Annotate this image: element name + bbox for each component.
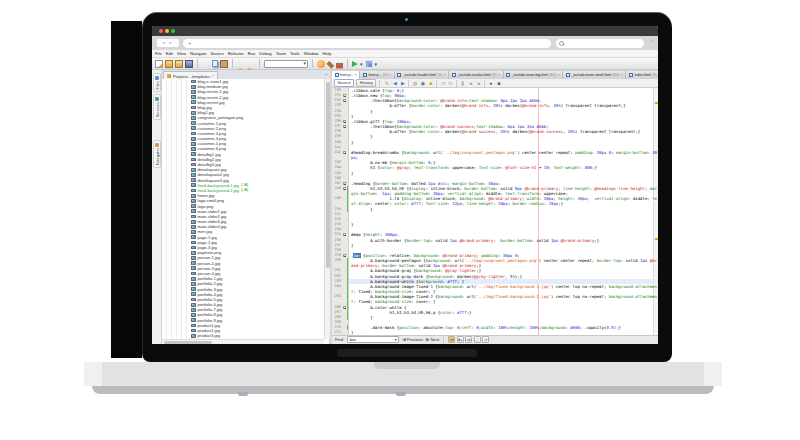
editor-tab[interactable]: _include-navbar.html[M]× <box>449 71 503 79</box>
tree-hscrollbar-thumb[interactable] <box>164 341 212 344</box>
find-selection-icon[interactable]: ◎ <box>411 80 418 87</box>
match-case-toggle[interactable]: Aa <box>457 336 464 343</box>
menu-run[interactable]: Run <box>248 51 256 56</box>
regexp-toggle[interactable]: .* <box>474 336 481 343</box>
close-tab-icon[interactable]: × <box>498 73 500 77</box>
close-tab-icon[interactable]: × <box>389 73 391 77</box>
indent-left-icon[interactable]: « <box>467 80 474 87</box>
new-file-icon[interactable] <box>155 60 163 68</box>
back-icon[interactable]: ◀ <box>391 80 398 87</box>
last-edit-icon[interactable]: ✎ <box>383 80 390 87</box>
code-line[interactable]: 260 &.background-pentagon {background: u… <box>332 258 658 268</box>
menu-debug[interactable]: Debug <box>259 51 271 56</box>
code-line[interactable]: 264 &.background-image-fixed-1 {backgrou… <box>332 284 658 294</box>
fold-collapse-icon[interactable] <box>343 94 346 97</box>
redo-icon[interactable] <box>247 60 255 68</box>
paste-icon[interactable] <box>220 60 228 68</box>
fold-collapse-icon[interactable] <box>343 233 346 236</box>
code-line[interactable]: 242#heading-breadcrumbs {background: url… <box>332 150 658 160</box>
wrap-around-toggle[interactable]: ↺ <box>482 336 489 343</box>
fold-collapse-icon[interactable] <box>343 182 346 185</box>
menu-tools[interactable]: Tools <box>290 51 300 56</box>
code-line[interactable]: 265 &.background-image-fixed-2 {backgrou… <box>332 294 658 304</box>
dropdown-caret-icon[interactable]: ▾ <box>360 60 363 68</box>
whole-words-toggle[interactable]: ab <box>465 336 472 343</box>
menu-file[interactable]: File <box>155 51 162 56</box>
minimize-window-button[interactable] <box>165 29 169 33</box>
editor-tab-label: front.p... <box>340 73 353 77</box>
close-tab-icon[interactable]: × <box>444 73 446 77</box>
tab-bar[interactable]: + <box>183 39 551 48</box>
side-tab-navigator[interactable]: Navigator <box>153 140 161 168</box>
search-field[interactable] <box>556 39 644 48</box>
menu-help[interactable]: Help <box>323 51 332 56</box>
next-bookmark-icon[interactable]: ▷ <box>447 80 454 87</box>
menu-window[interactable]: Window <box>304 51 319 56</box>
close-tab-icon[interactable]: × <box>355 73 357 77</box>
side-tab-services[interactable]: Services <box>153 94 161 120</box>
tree-horizontal-scrollbar[interactable] <box>162 339 324 344</box>
new-project-icon[interactable] <box>165 60 173 68</box>
menu-view[interactable]: View <box>177 51 186 56</box>
side-tab-files[interactable]: Files <box>153 73 161 92</box>
editor-tab[interactable]: front.p...× <box>332 71 360 79</box>
open-project-icon[interactable] <box>175 60 183 68</box>
back-forward-buttons[interactable]: ◂ ▸ <box>157 39 179 47</box>
cut-icon[interactable] <box>202 60 210 68</box>
clean-build-icon[interactable] <box>336 63 343 66</box>
code-line[interactable]: 271} <box>332 330 658 334</box>
find-input[interactable]: bar ▾ <box>347 336 399 343</box>
history-view-button[interactable]: History <box>356 79 376 88</box>
dropdown-caret-icon[interactable]: ▾ <box>375 60 378 68</box>
close-tab-icon[interactable]: × <box>621 73 623 77</box>
menu-team[interactable]: Team <box>276 51 286 56</box>
find-occurrence-icon[interactable]: ◉ <box>419 80 426 87</box>
new-tab-button[interactable]: + <box>188 40 192 46</box>
code-editor[interactable]: 230.ribbon.sale {top: 0;}231.ribbon.new … <box>332 88 658 335</box>
copy-icon[interactable] <box>212 60 218 67</box>
fold-collapse-icon[interactable] <box>343 187 346 190</box>
indent-right-icon[interactable]: » <box>475 80 482 87</box>
fold-collapse-icon[interactable] <box>343 306 346 309</box>
forward-icon[interactable]: ▶ <box>399 80 406 87</box>
fold-collapse-icon[interactable] <box>343 254 346 257</box>
highlight-results-toggle[interactable]: ab <box>448 336 455 343</box>
code-line[interactable]: 248 h1,h2,h3,h4,h5 {display: inline-bloc… <box>332 186 658 196</box>
undo-icon[interactable] <box>237 60 245 68</box>
fold-collapse-icon[interactable] <box>343 99 346 102</box>
run-icon[interactable] <box>352 61 358 67</box>
config-combobox[interactable] <box>264 60 308 68</box>
profile-grid-icon[interactable] <box>365 60 373 68</box>
fold-collapse-icon[interactable] <box>343 151 346 154</box>
fullscreen-icon[interactable]: ↔ <box>648 36 656 44</box>
record-macro-icon[interactable]: ● <box>487 80 494 87</box>
find-next-button[interactable]: ▶ Next <box>426 337 439 342</box>
editor-tab[interactable]: front.p...[M]× <box>360 71 394 79</box>
editor-tab[interactable]: _include-header.html[M]× <box>395 71 450 79</box>
stop-macro-icon[interactable]: ■ <box>495 80 502 87</box>
close-tab-icon[interactable]: × <box>558 73 560 77</box>
build-icon[interactable] <box>327 61 334 68</box>
save-all-icon[interactable] <box>185 60 193 68</box>
editor-tab[interactable]: index.html[M]× <box>626 71 658 79</box>
deploy-icon[interactable] <box>317 60 325 68</box>
menu-edit[interactable]: Edit <box>166 51 173 56</box>
menu-navigate[interactable]: Navigate <box>190 51 207 56</box>
code-line[interactable]: 249 i.fa {display: inline-block; backgro… <box>332 196 658 206</box>
fold-collapse-icon[interactable] <box>343 125 346 128</box>
menu-refactor[interactable]: Refactor <box>228 51 244 56</box>
minimize-panel-icon[interactable]: − <box>325 71 328 77</box>
find-dropdown-icon[interactable]: ▾ <box>395 337 397 342</box>
close-window-button[interactable] <box>159 29 163 33</box>
highlight-icon[interactable]: ■ <box>427 80 434 87</box>
find-previous-button[interactable]: ◀ Previous <box>402 337 423 342</box>
previous-bookmark-icon[interactable]: ◁ <box>439 80 446 87</box>
comment-icon[interactable]: ∥ <box>459 80 466 87</box>
editor-tab[interactable]: _include-team-big.html[AM]× <box>504 71 564 79</box>
editor-tab[interactable]: _include-team-small.html[AM]× <box>563 71 626 79</box>
zoom-window-button[interactable] <box>171 29 175 33</box>
source-view-button[interactable]: Source <box>334 79 354 88</box>
menu-source[interactable]: Source <box>211 51 224 56</box>
fold-collapse-icon[interactable] <box>343 120 346 123</box>
close-projects-tab-icon[interactable]: × <box>212 74 214 78</box>
